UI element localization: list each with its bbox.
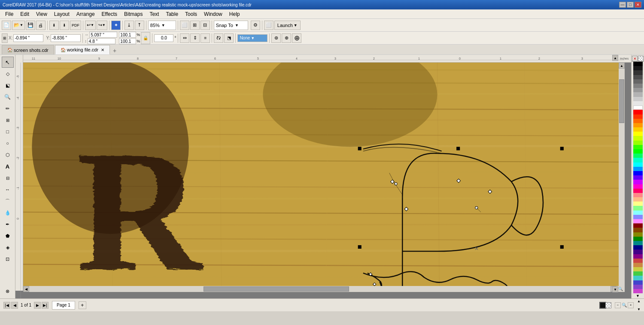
curve-tool-btn[interactable]: ✏ [2,103,14,114]
connector-tool-btn[interactable]: ⌒ [2,196,14,207]
transparent-swatch[interactable] [638,56,644,61]
color-orange2[interactable] [633,123,643,127]
zoom-dropdown[interactable]: 85% ▼ [148,21,176,30]
tab-working[interactable]: 🏠 working file.cdr ✕ [55,45,110,54]
color-gray2[interactable] [633,84,643,88]
color-purple2[interactable] [633,180,643,184]
color-gray3[interactable] [633,88,643,92]
scale-y-input[interactable] [119,38,136,44]
color-darkgray1[interactable] [633,66,643,70]
fill-tool-btn[interactable]: ⬟ [2,230,14,241]
color-midgreen[interactable] [633,271,643,276]
color-darkred[interactable] [633,223,643,228]
color-teal1[interactable] [633,158,643,162]
canvas-area[interactable]: 11 10 9 8 7 6 5 4 3 2 1 0 1 2 3 inches [15,55,631,298]
lock-proportions-btn[interactable]: 🔒 [141,32,150,44]
color-scroll-down[interactable]: ▼ [632,293,644,298]
y-input[interactable] [51,34,81,42]
angle-input[interactable] [154,34,173,42]
menu-help[interactable]: Help [226,10,243,18]
save-button[interactable]: 💾 [26,21,35,30]
panel-up-arrow[interactable]: ▲ [637,299,641,303]
view-enhanced-btn[interactable]: ⊟ [200,21,210,30]
color-gray1[interactable] [633,79,643,84]
tab-screenshots[interactable]: 🏠 screen shots.cdr [2,45,54,54]
table-tool-btn[interactable]: ⊟ [2,172,14,184]
color-lightblue[interactable] [633,215,643,219]
v-scroll-up[interactable]: ▲ [619,63,625,69]
flip-v-btn[interactable]: ⇕ [190,33,200,43]
color-midblue[interactable] [633,280,643,285]
menu-table[interactable]: Table [162,10,182,18]
import-button[interactable]: ⬇ [49,21,59,30]
color-midorange[interactable] [633,263,643,267]
undo-button[interactable]: ↩▼ [85,21,96,30]
outline-swatch[interactable] [605,302,611,308]
launch-btn[interactable]: Launch ▼ [274,21,301,30]
zoom-out-btn[interactable]: − [615,302,621,308]
print-button[interactable]: 🖨 [36,21,46,30]
color-lightgray1[interactable] [633,92,643,96]
prev-page-btn[interactable]: ◀ [11,302,18,309]
menu-arrange[interactable]: Arrange [73,10,98,18]
color-blue[interactable] [633,171,643,175]
color-midmag[interactable] [633,289,643,293]
last-page-btn[interactable]: ▶| [42,302,49,309]
menu-file[interactable]: File [2,10,17,18]
eyedropper-tool-btn[interactable]: 💧 [2,207,14,218]
minimize-button[interactable]: — [619,2,626,8]
color-sky[interactable] [633,167,643,171]
menu-tools[interactable]: Tools [182,10,200,18]
color-darkpurple[interactable] [633,250,643,254]
view-normal-btn[interactable]: ⬜ [180,21,189,30]
dimension-tool-btn[interactable]: ↔ [2,184,14,195]
scale-x-input[interactable] [119,32,136,38]
color-lightyellow[interactable] [633,202,643,206]
color-magenta[interactable] [633,184,643,189]
rectangle-tool-btn[interactable]: □ [2,126,14,137]
color-mixer-btn[interactable]: ⊗ [2,286,14,297]
interactive-tool-btn[interactable]: ◈ [2,242,14,253]
color-darkgray3[interactable] [633,75,643,79]
color-white[interactable] [633,105,643,110]
color-olive[interactable] [633,232,643,237]
color-lightgray3[interactable] [633,101,643,105]
options-btn[interactable]: ⬜ [264,21,273,30]
add-page-btn[interactable]: + [79,301,86,309]
settings-btn[interactable]: ⚙ [251,21,260,30]
color-chartreuse[interactable] [633,136,643,140]
polygon-tool-btn[interactable]: ⬡ [2,149,14,160]
redo-button[interactable]: ↪▼ [97,21,107,30]
v-scrollbar[interactable]: ▲ ▼ [619,63,625,292]
fill-dropdown[interactable]: None ▼ [237,34,267,42]
color-lightgray2[interactable] [633,97,643,101]
h-scroll-thumb[interactable] [204,286,349,292]
close-button[interactable]: ✕ [635,2,641,8]
color-midteal[interactable] [633,276,643,280]
text-tool-btn[interactable]: A [2,161,14,172]
color-cyan[interactable] [633,162,643,167]
export-button[interactable]: ⬇ [60,21,69,30]
height-input[interactable] [88,38,115,44]
outline-tool-btn[interactable]: ✒ [2,219,14,230]
color-darkgreen[interactable] [633,237,643,241]
color-green2[interactable] [633,153,643,158]
menu-effects[interactable]: Effects [98,10,121,18]
menu-bitmaps[interactable]: Bitmaps [121,10,146,18]
h-scrollbar[interactable]: ◀ ▶ 🔍 [23,286,625,292]
pick-tool-btn[interactable]: ↖ [2,57,14,68]
color-pink[interactable] [633,189,643,193]
zoom-in-btn[interactable]: + [628,302,634,308]
menu-edit[interactable]: Edit [17,10,33,18]
restore-button[interactable]: □ [627,2,634,8]
menu-layout[interactable]: Layout [51,10,73,18]
color-darkmag[interactable] [633,254,643,259]
menu-window[interactable]: Window [200,10,226,18]
color-brown[interactable] [633,228,643,232]
zoom-tool-btn[interactable]: 🔍 [2,91,14,102]
publish-button[interactable]: PDF [70,21,81,30]
color-lightgreen[interactable] [633,206,643,210]
x-input[interactable] [13,34,43,42]
color-yellow1[interactable] [633,127,643,132]
color-red[interactable] [633,110,643,114]
